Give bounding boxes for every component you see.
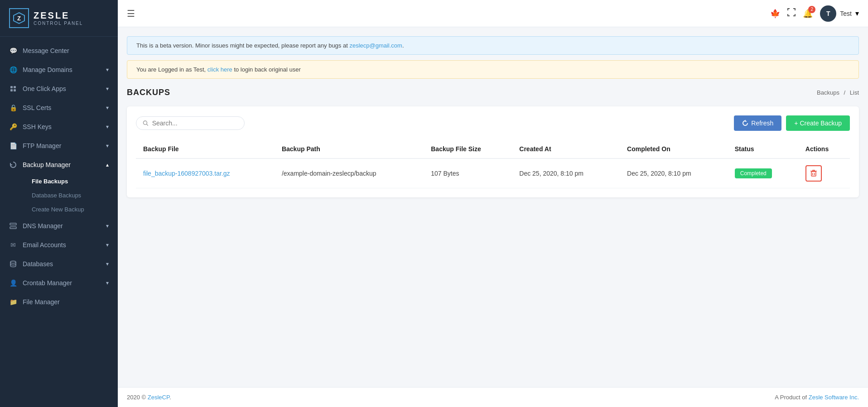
- footer-period: .: [169, 394, 171, 401]
- message-center-icon: 💬: [9, 47, 17, 55]
- notification-badge: 2: [808, 6, 815, 13]
- info-email-link[interactable]: zeslecp@gmail.com: [349, 42, 402, 49]
- sidebar-sub-create-new-backup[interactable]: Create New Backup: [23, 202, 118, 216]
- svg-line-10: [147, 124, 148, 125]
- brand-name: ZESLE: [34, 10, 83, 21]
- breadcrumb-home[interactable]: Backups: [817, 89, 839, 96]
- manage-domains-icon: 🌐: [9, 66, 17, 74]
- sidebar-sub-file-backups[interactable]: File Backups: [23, 174, 118, 188]
- crontab-manager-icon: 👤: [9, 279, 17, 287]
- svg-rect-3: [14, 86, 16, 88]
- cell-status: Completed: [728, 158, 798, 188]
- footer-product-link[interactable]: Zesle Software Inc.: [809, 394, 859, 401]
- topbar-left: ☰: [127, 8, 763, 19]
- cell-backup-file: file_backup-1608927003.tar.gz: [136, 158, 275, 188]
- chevron-up-icon: ▴: [106, 162, 109, 168]
- create-backup-button[interactable]: + Create Backup: [786, 115, 850, 131]
- sidebar-item-dns-manager[interactable]: DNS Manager ▾: [0, 216, 118, 235]
- footer-copyright: 2020 ©: [127, 394, 148, 401]
- login-back-link[interactable]: click here: [207, 66, 232, 73]
- col-created-at: Created At: [512, 140, 620, 158]
- email-accounts-icon: ✉: [9, 241, 17, 249]
- cell-backup-size: 107 Bytes: [424, 158, 512, 188]
- logo-icon: Z: [9, 8, 29, 28]
- sidebar-label-backup-manager: Backup Manager: [23, 161, 71, 168]
- sidebar-item-databases[interactable]: Databases ▾: [0, 254, 118, 273]
- sidebar-sub-database-backups[interactable]: Database Backups: [23, 188, 118, 202]
- svg-text:Z: Z: [17, 15, 21, 22]
- col-backup-file: Backup File: [136, 140, 275, 158]
- backup-manager-submenu: File Backups Database Backups Create New…: [0, 174, 118, 216]
- search-icon: [143, 120, 149, 126]
- backup-file-link[interactable]: file_backup-1608927003.tar.gz: [143, 170, 230, 177]
- sidebar-item-ssh-keys[interactable]: 🔑 SSH Keys ▾: [0, 117, 118, 136]
- svg-rect-11: [811, 172, 816, 176]
- sidebar-item-file-manager[interactable]: 📁 File Manager: [0, 292, 118, 311]
- one-click-apps-icon: [9, 85, 17, 93]
- topbar-right: 🍁 🔔 2 T Test ▾: [770, 5, 859, 22]
- sidebar-item-backup-manager[interactable]: Backup Manager ▴: [0, 155, 118, 174]
- backup-manager-icon: [9, 161, 17, 169]
- table-row: file_backup-1608927003.tar.gz /example-d…: [136, 158, 850, 188]
- canada-flag-icon[interactable]: 🍁: [770, 9, 780, 19]
- avatar: T: [820, 5, 836, 22]
- svg-rect-5: [14, 89, 16, 91]
- databases-icon: [9, 260, 17, 268]
- page-content: This is a beta version. Minor issues mig…: [118, 27, 868, 387]
- user-name: Test: [840, 10, 852, 17]
- sidebar-label-email-accounts: Email Accounts: [23, 241, 66, 249]
- chevron-down-icon: ▾: [106, 86, 109, 92]
- hamburger-button[interactable]: ☰: [127, 9, 135, 19]
- col-status: Status: [728, 140, 798, 158]
- sidebar-item-one-click-apps[interactable]: One Click Apps ▾: [0, 79, 118, 98]
- file-backups-label: File Backups: [32, 178, 68, 185]
- refresh-label: Refresh: [751, 120, 773, 127]
- chevron-down-icon: ▾: [106, 242, 109, 248]
- footer-brand-link[interactable]: ZesleCP: [148, 394, 169, 401]
- sidebar-label-ssh-keys: SSH Keys: [23, 123, 52, 130]
- sidebar-item-email-accounts[interactable]: ✉ Email Accounts ▾: [0, 235, 118, 254]
- chevron-down-icon: ▾: [106, 261, 109, 267]
- warn-banner-text: You are Logged in as Test,: [136, 66, 207, 73]
- sidebar-label-one-click-apps: One Click Apps: [23, 85, 66, 92]
- button-group: Refresh + Create Backup: [734, 115, 850, 131]
- search-input[interactable]: [152, 120, 238, 127]
- footer-product-text: A Product of: [775, 394, 808, 401]
- sidebar-label-ssl-certs: SSL Certs: [23, 104, 51, 111]
- main-content: ☰ 🍁 🔔 2 T Test ▾: [118, 0, 868, 407]
- sidebar-item-ftp-manager[interactable]: 📄 FTP Manager ▾: [0, 136, 118, 155]
- svg-rect-6: [10, 223, 16, 225]
- delete-button[interactable]: [805, 165, 822, 182]
- col-backup-size: Backup File Size: [424, 140, 512, 158]
- ftp-manager-icon: 📄: [9, 142, 17, 150]
- sidebar-label-message-center: Message Center: [23, 47, 69, 54]
- sidebar-item-manage-domains[interactable]: 🌐 Manage Domains ▾: [0, 60, 118, 79]
- col-backup-path: Backup Path: [275, 140, 424, 158]
- refresh-button[interactable]: Refresh: [734, 115, 781, 131]
- brand-sub: CONTROL PANEL: [34, 21, 83, 26]
- footer-left: 2020 © ZesleCP.: [127, 394, 171, 401]
- chevron-down-icon: ▾: [106, 223, 109, 229]
- sidebar: Z ZESLE CONTROL PANEL 💬 Message Center 🌐…: [0, 0, 118, 407]
- sidebar-item-message-center[interactable]: 💬 Message Center: [0, 41, 118, 60]
- chevron-down-icon: ▾: [106, 143, 109, 149]
- page-header: BACKUPS Backups / List: [127, 88, 859, 97]
- trash-icon: [810, 170, 817, 177]
- footer-right: A Product of Zesle Software Inc.: [775, 394, 859, 401]
- database-backups-label: Database Backups: [32, 192, 81, 199]
- ssl-certs-icon: 🔒: [9, 104, 17, 112]
- sidebar-item-crontab-manager[interactable]: 👤 Crontab Manager ▾: [0, 273, 118, 292]
- sidebar-item-ssl-certs[interactable]: 🔒 SSL Certs ▾: [0, 98, 118, 117]
- sidebar-logo: Z ZESLE CONTROL PANEL: [0, 0, 118, 37]
- user-menu[interactable]: T Test ▾: [820, 5, 859, 22]
- fullscreen-icon[interactable]: [787, 8, 796, 19]
- sidebar-label-manage-domains: Manage Domains: [23, 66, 72, 73]
- topbar: ☰ 🍁 🔔 2 T Test ▾: [118, 0, 868, 27]
- chevron-down-icon: ▾: [106, 67, 109, 73]
- sidebar-label-databases: Databases: [23, 260, 53, 268]
- chevron-down-icon: ▾: [106, 280, 109, 286]
- notifications-button[interactable]: 🔔 2: [803, 9, 813, 19]
- svg-rect-7: [10, 227, 16, 229]
- page-title: BACKUPS: [127, 88, 170, 97]
- backups-table: Backup File Backup Path Backup File Size…: [136, 140, 850, 188]
